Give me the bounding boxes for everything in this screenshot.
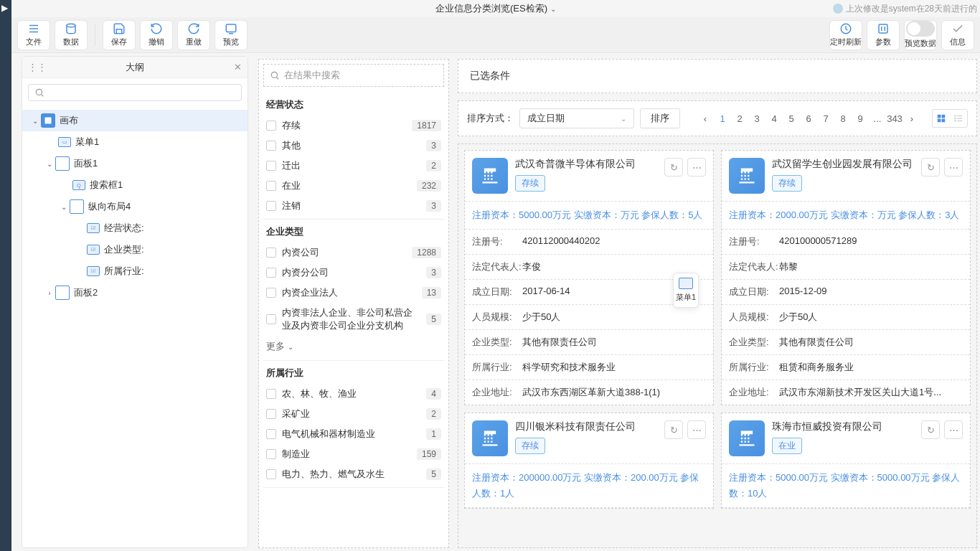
checkbox-icon[interactable]	[266, 181, 276, 191]
checkbox-icon[interactable]	[266, 389, 276, 399]
page-item[interactable]: 2	[732, 110, 747, 126]
checkbox-icon[interactable]	[266, 429, 276, 439]
more-icon[interactable]: ⋯	[944, 158, 963, 176]
titlebar: 企业信息分类浏览(ES检索)⌄ 上次修改是system在28天前进行的	[11, 0, 980, 17]
more-icon[interactable]: ⋯	[944, 420, 963, 439]
page-item[interactable]: 9	[853, 110, 867, 126]
page-prev[interactable]: ‹	[698, 110, 712, 126]
facet-item[interactable]: 在业232	[263, 176, 444, 196]
expand-rail-icon[interactable]: ▶	[0, 0, 11, 16]
list-view-icon[interactable]	[952, 112, 965, 125]
facet-count: 1288	[412, 247, 441, 258]
facet-item[interactable]: 内资非法人企业、非公司私营企业及内资非公司企业分支机构5	[263, 303, 444, 336]
close-icon[interactable]: ✕	[234, 62, 242, 72]
sort-label: 排序方式：	[467, 112, 514, 125]
file-button[interactable]: 文件	[17, 20, 50, 50]
menu-icon	[679, 278, 693, 289]
refresh-icon[interactable]: ↻	[921, 158, 940, 176]
facet-label: 在业	[282, 179, 411, 192]
facet-item[interactable]: 采矿业2	[263, 404, 444, 424]
facet-count: 1817	[412, 120, 441, 131]
data-button[interactable]: 数据	[55, 20, 88, 50]
page-next[interactable]: ›	[905, 110, 919, 126]
facet-item[interactable]: 迁出2	[263, 156, 444, 176]
checkbox-icon[interactable]	[266, 314, 276, 324]
sort-button[interactable]: 排序	[640, 108, 680, 128]
timer-refresh-button[interactable]: 定时刷新	[829, 20, 862, 50]
page-item[interactable]: 6	[801, 110, 816, 126]
preview-data-button[interactable]: 预览数据	[904, 20, 937, 50]
float-menu[interactable]: 菜单1	[673, 273, 699, 308]
page-item[interactable]: 343	[887, 110, 902, 126]
page-item[interactable]: 3	[750, 110, 764, 126]
tree-canvas[interactable]: ⌄画布	[22, 110, 248, 131]
tree-menu1[interactable]: ▭菜单1	[22, 131, 248, 153]
facet-item[interactable]: 电力、热力、燃气及水生5	[263, 464, 444, 484]
tree-industry[interactable]: ☑所属行业:	[22, 260, 248, 282]
page-title[interactable]: 企业信息分类浏览(ES检索)⌄	[435, 2, 556, 15]
page-item[interactable]: ...	[870, 110, 885, 126]
grid-view-icon[interactable]	[935, 112, 948, 125]
result-search-input[interactable]: 在结果中搜索	[263, 64, 444, 87]
toggle-switch[interactable]	[906, 21, 935, 37]
outline-search-input[interactable]	[28, 84, 242, 101]
checkbox-icon[interactable]	[266, 141, 276, 151]
search-icon	[34, 88, 44, 98]
facet-label: 制造业	[282, 448, 411, 461]
facet-label: 存续	[282, 119, 406, 132]
checkbox-icon[interactable]	[266, 268, 276, 278]
params-button[interactable]: 参数	[867, 20, 900, 50]
card-row: 企业类型:其他有限责任公司	[722, 330, 970, 355]
facet-item[interactable]: 内资公司1288	[263, 242, 444, 263]
refresh-icon[interactable]: ↻	[664, 420, 683, 439]
card-row: 所属行业:科学研究和技术服务业	[465, 355, 713, 380]
tree-bizstate[interactable]: ☑经营状态:	[22, 217, 248, 239]
facet-item[interactable]: 存续1817	[263, 116, 444, 136]
card-row: 人员规模:少于50人	[722, 305, 970, 330]
tree-panel1[interactable]: ⌄面板1	[22, 153, 248, 174]
refresh-icon[interactable]: ↻	[664, 158, 683, 176]
checkbox-icon[interactable]	[266, 201, 276, 211]
checkbox-icon[interactable]	[266, 288, 276, 298]
facet-item[interactable]: 注销3	[263, 196, 444, 216]
facet-item[interactable]: 电气机械和器材制造业1	[263, 424, 444, 444]
facet-item[interactable]: 农、林、牧、渔业4	[263, 384, 444, 404]
refresh-icon[interactable]: ↻	[921, 420, 940, 439]
checkbox-icon[interactable]	[266, 469, 276, 479]
page-item[interactable]: 1	[715, 110, 730, 126]
checkbox-icon[interactable]	[266, 248, 276, 258]
facet-item[interactable]: 内资分公司3	[263, 263, 444, 283]
tree-panel2[interactable]: ›面板2	[22, 282, 248, 303]
facet-label: 电力、热力、燃气及水生	[282, 468, 420, 481]
facet-count: 3	[426, 267, 441, 278]
more-icon[interactable]: ⋯	[687, 158, 706, 176]
facet-item[interactable]: 内资企业法人13	[263, 283, 444, 303]
checkbox-icon[interactable]	[266, 161, 276, 171]
more-icon[interactable]: ⋯	[687, 420, 706, 439]
undo-button[interactable]: 撤销	[140, 20, 173, 50]
tree-searchbox1[interactable]: Q搜索框1	[22, 174, 248, 196]
checkbox-icon[interactable]	[266, 409, 276, 419]
facet-more[interactable]: 更多 ⌄	[263, 336, 444, 357]
info-button[interactable]: 信息	[941, 20, 974, 50]
facet-count: 13	[422, 287, 441, 298]
redo-button[interactable]: 重做	[177, 20, 210, 50]
page-item[interactable]: 5	[784, 110, 798, 126]
save-button[interactable]: 保存	[103, 20, 136, 50]
company-card[interactable]: 四川银米科技有限责任公司存续↻⋯注册资本：200000.00万元 实缴资本：20…	[464, 413, 714, 509]
company-card[interactable]: 武汉留学生创业园发展有限公司存续↻⋯注册资本：2000.00万元 实缴资本：万元…	[721, 150, 971, 405]
page-item[interactable]: 4	[767, 110, 781, 126]
checkbox-icon[interactable]	[266, 121, 276, 131]
facet-item[interactable]: 制造业159	[263, 444, 444, 464]
svg-rect-18	[942, 119, 946, 123]
preview-button[interactable]: 预览	[215, 20, 248, 50]
page-item[interactable]: 8	[836, 110, 850, 126]
facet-item[interactable]: 其他3	[263, 136, 444, 156]
tree-vlayout4[interactable]: ⌄纵向布局4	[22, 196, 248, 217]
checkbox-icon[interactable]	[266, 449, 276, 459]
sort-select[interactable]: 成立日期⌄	[519, 108, 634, 128]
page-item[interactable]: 7	[819, 110, 833, 126]
company-card[interactable]: 珠海市恒威投资有限公司在业↻⋯注册资本：5000.00万元 实缴资本：5000.…	[721, 413, 971, 509]
tree-enttype[interactable]: ☑企业类型:	[22, 239, 248, 260]
card-row: 注册号:420112000440202	[465, 230, 713, 255]
